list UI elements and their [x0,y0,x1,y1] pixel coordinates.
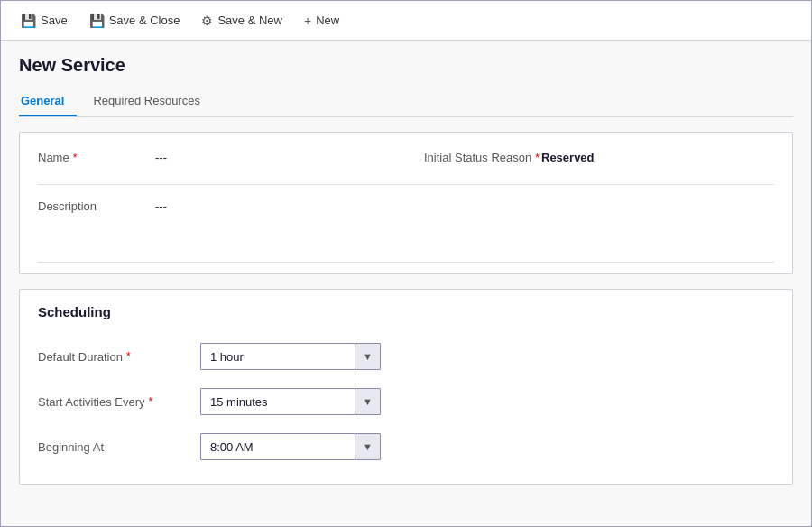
name-required-star: * [73,152,78,164]
form-bottom-pad [20,266,792,273]
beginning-at-label: Beginning At [38,440,200,454]
save-close-label: Save & Close [109,14,180,27]
app-window: 💾 Save 💾 Save & Close ⚙ Save & New + New… [0,0,812,527]
default-duration-control: 1 hour ▼ [200,343,381,370]
general-form-card: Name * --- Initial Status Reason * Reser… [19,132,793,274]
default-duration-label: Default Duration * [38,350,200,364]
start-activities-control: 15 minutes ▼ [200,388,381,415]
save-new-label: Save & New [217,14,282,27]
toolbar: 💾 Save 💾 Save & Close ⚙ Save & New + New [1,1,811,41]
beginning-at-value: 8:00 AM [201,436,355,458]
new-label: New [316,14,339,27]
start-activities-required-star: * [148,395,152,408]
beginning-at-arrow: ▼ [355,434,380,459]
form-bottom-space [20,222,792,258]
start-activities-row: Start Activities Every * 15 minutes ▼ [38,379,774,424]
form-divider-2 [38,262,774,263]
name-row: Name * --- [20,140,406,173]
default-duration-value: 1 hour [201,346,355,368]
initial-status-required-star: * [535,152,540,164]
page-title: New Service [19,55,793,76]
save-close-icon: 💾 [89,14,105,28]
default-duration-row: Default Duration * 1 hour ▼ [38,334,774,379]
start-activities-dropdown[interactable]: 15 minutes ▼ [200,388,381,415]
default-duration-arrow: ▼ [355,344,380,369]
tab-required-resources[interactable]: Required Resources [91,87,213,116]
initial-status-label: Initial Status Reason * [424,149,541,164]
save-new-button[interactable]: ⚙ Save & New [192,8,291,33]
scheduling-card: Scheduling Default Duration * 1 hour ▼ [19,289,793,485]
default-duration-required-star: * [126,350,131,363]
page-content: New Service General Required Resources N… [1,41,811,526]
beginning-at-control: 8:00 AM ▼ [200,433,381,460]
scheduling-title: Scheduling [38,304,774,319]
new-button[interactable]: + New [295,8,348,33]
initial-status-row: Initial Status Reason * Reserved [406,140,792,173]
initial-status-value[interactable]: Reserved [541,149,774,164]
description-value[interactable]: --- [155,198,774,213]
tabs: General Required Resources [19,87,793,117]
start-activities-arrow: ▼ [355,389,380,414]
form-divider-1 [38,184,774,185]
new-icon: + [304,14,311,28]
description-row: Description --- [20,189,792,222]
save-icon: 💾 [21,14,36,28]
name-label: Name * [38,149,155,164]
beginning-at-row: Beginning At 8:00 AM ▼ [38,424,774,469]
save-label: Save [41,14,68,27]
save-button[interactable]: 💾 Save [12,8,77,33]
start-activities-value: 15 minutes [201,391,355,413]
tab-general[interactable]: General [19,87,77,116]
save-close-button[interactable]: 💾 Save & Close [80,8,189,33]
name-value[interactable]: --- [155,149,388,164]
default-duration-dropdown[interactable]: 1 hour ▼ [200,343,381,370]
form-grid: Name * --- Initial Status Reason * Reser… [20,133,792,180]
description-label: Description [38,198,155,213]
save-new-icon: ⚙ [201,14,213,28]
start-activities-label: Start Activities Every * [38,395,200,409]
beginning-at-dropdown[interactable]: 8:00 AM ▼ [200,433,381,460]
